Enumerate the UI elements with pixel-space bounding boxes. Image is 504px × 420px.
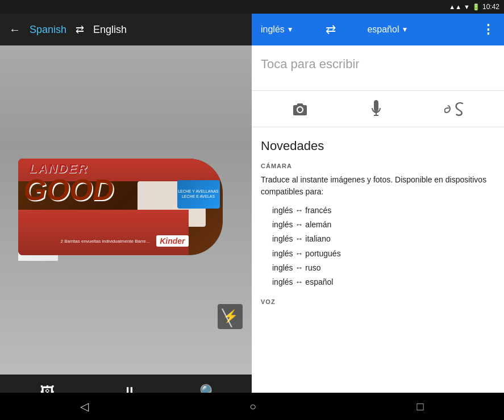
flash-strikethrough: ╲ — [222, 309, 232, 327]
input-placeholder: Toca para escribir — [261, 57, 360, 71]
source-lang-dropdown-icon: ▼ — [287, 26, 294, 34]
swap-button[interactable]: ⇄ — [294, 22, 368, 37]
swap-languages-icon[interactable]: ⇄ — [76, 23, 84, 36]
product-badge: LECHE Y AVELLANAS LECHE E AVELAS — [177, 180, 220, 209]
brand-logo: Kinder — [156, 235, 188, 247]
source-lang-text: inglés — [261, 24, 285, 35]
battery-icon: 🔋 — [472, 3, 480, 11]
wifi-icon: ▼ — [464, 3, 470, 10]
list-item: inglés ↔ francés — [272, 203, 495, 218]
target-language-label[interactable]: English — [93, 24, 127, 36]
target-lang-text: español — [367, 24, 399, 35]
novedades-title: Novedades — [261, 139, 495, 153]
list-item: inglés ↔ alemán — [272, 218, 495, 232]
novedades-panel: Novedades CÁMARA Traduce al instante imá… — [252, 127, 504, 420]
status-bar: ▲▲ ▼ 🔋 10:42 — [0, 0, 504, 14]
microphone-input-button[interactable] — [370, 100, 382, 118]
camera-icon — [292, 102, 308, 116]
bar-red-bottom — [18, 210, 189, 255]
voz-section-header: VOZ — [261, 298, 495, 305]
source-lang-button[interactable]: inglés ▼ — [261, 24, 294, 35]
product-name-good: GOOD — [24, 173, 114, 207]
target-lang-dropdown-icon: ▼ — [401, 26, 408, 34]
more-options-button[interactable]: ⋮ — [482, 22, 495, 37]
camera-section-header: CÁMARA — [261, 163, 495, 169]
bar-description-text: 2 Barritas envueltas individualmente Bar… — [61, 239, 150, 244]
bar-wrapper: LECHE Y AVELLANAS LECHE E AVELAS 2 Barri… — [18, 142, 234, 267]
left-panel: ← Spanish ⇄ English LECHE Y AVELLANAS LE… — [0, 0, 252, 420]
left-toolbar: ← Spanish ⇄ English — [0, 14, 252, 45]
right-panel: inglés ▼ ⇄ español ▼ ⋮ Toca para escribi… — [252, 0, 504, 420]
main-layout: ▲▲ ▼ 🔋 10:42 ← Spanish ⇄ English — [0, 0, 504, 420]
product-image: LECHE Y AVELLANAS LECHE E AVELAS 2 Barri… — [18, 142, 234, 267]
list-item: inglés ↔ portugués — [272, 247, 495, 261]
android-nav-bar: ◁ ○ □ — [0, 393, 504, 420]
target-lang-button[interactable]: español ▼ — [367, 24, 408, 35]
status-bar-right: ▲▲ ▼ 🔋 10:42 — [449, 3, 499, 11]
microphone-icon — [370, 100, 382, 118]
nav-home-button[interactable]: ○ — [249, 400, 256, 413]
nav-recent-button[interactable]: □ — [417, 400, 424, 413]
camera-section-body: Traduce al instante imágenes y fotos. Di… — [261, 174, 495, 198]
handwriting-input-button[interactable] — [444, 101, 464, 117]
source-language-label[interactable]: Spanish — [30, 24, 66, 36]
input-controls — [252, 91, 504, 127]
handwriting-icon — [444, 101, 464, 117]
camera-input-button[interactable] — [292, 102, 308, 116]
language-list: inglés ↔ francés inglés ↔ alemán inglés … — [272, 203, 495, 289]
translate-input[interactable]: Toca para escribir — [252, 45, 504, 91]
badge-text: LECHE Y AVELLANAS LECHE E AVELAS — [177, 189, 220, 199]
camera-view: LECHE Y AVELLANAS LECHE E AVELAS 2 Barri… — [0, 45, 252, 375]
nav-back-button[interactable]: ◁ — [80, 400, 89, 413]
flash-off-button[interactable]: ⚡ ╲ — [218, 304, 243, 329]
back-button[interactable]: ← — [9, 23, 20, 36]
camera-background: LECHE Y AVELLANAS LECHE E AVELAS 2 Barri… — [0, 45, 252, 375]
time-display: 10:42 — [482, 3, 499, 11]
list-item: inglés ↔ italiano — [272, 232, 495, 246]
right-toolbar: inglés ▼ ⇄ español ▼ ⋮ — [252, 14, 504, 45]
list-item: inglés ↔ español — [272, 275, 495, 289]
swap-icon: ⇄ — [326, 22, 336, 37]
more-icon: ⋮ — [482, 22, 495, 36]
signal-icon: ▲▲ — [449, 3, 461, 10]
list-item: inglés ↔ ruso — [272, 261, 495, 275]
